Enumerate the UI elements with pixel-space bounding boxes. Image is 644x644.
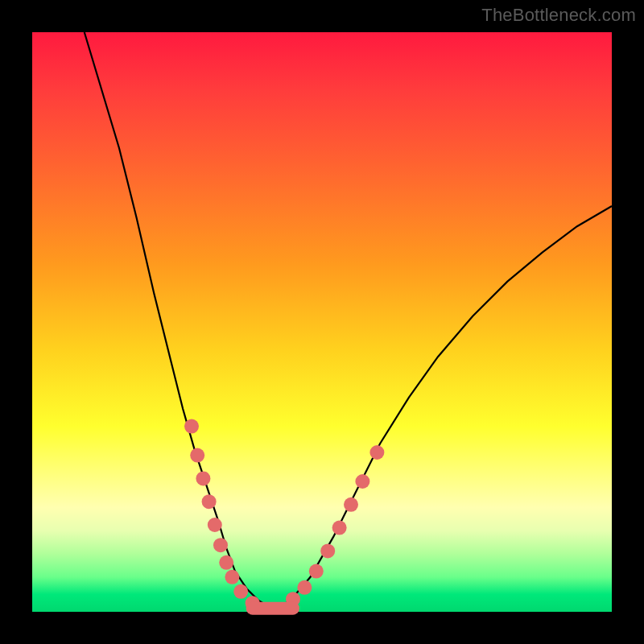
curve-marker (225, 570, 239, 584)
curve-marker (320, 543, 335, 558)
curve-marker (213, 538, 228, 552)
marker-group (184, 419, 384, 611)
curve-marker (233, 584, 248, 599)
chart-frame: TheBottleneck.com (0, 0, 644, 644)
curve-path (85, 32, 612, 607)
curve-marker (369, 445, 384, 460)
curve-marker (332, 521, 347, 535)
curve-marker (196, 471, 210, 485)
chart-svg (32, 32, 612, 612)
curve-marker (297, 580, 312, 595)
curve-marker (208, 518, 222, 532)
watermark-text: TheBottleneck.com (481, 5, 636, 26)
plot-area (32, 32, 612, 612)
curve-marker (184, 419, 199, 434)
curve-marker (202, 494, 217, 509)
curve-marker (190, 448, 204, 463)
curve-marker (355, 474, 369, 489)
curve-marker (219, 555, 233, 570)
curve-marker (309, 564, 324, 579)
curve-marker (344, 497, 358, 512)
